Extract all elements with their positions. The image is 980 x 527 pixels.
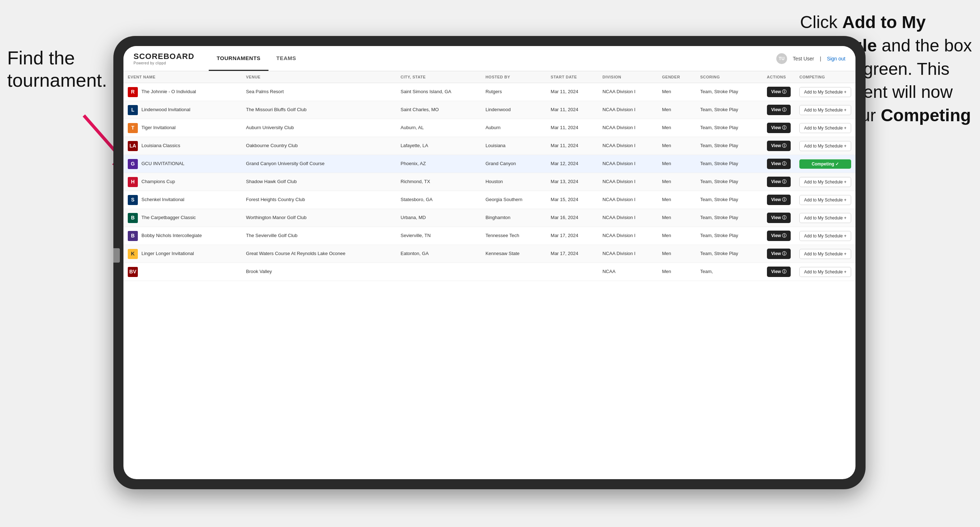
hosted-by-cell: Houston [481,173,546,191]
division-cell: NCAA Division I [598,191,658,209]
view-button[interactable]: View ⓘ [767,87,791,97]
add-to-schedule-button[interactable]: Add to My Schedule + [799,123,851,133]
hosted-by-cell: Binghamton [481,209,546,227]
division-cell: NCAA Division I [598,83,658,101]
gender-cell: Men [658,137,696,155]
tablet-frame: SCOREBOARD Powered by clippd TOURNAMENTS… [113,36,865,489]
venue-cell: The Missouri Bluffs Golf Club [242,101,397,119]
col-competing: COMPETING [795,71,856,83]
add-to-schedule-button[interactable]: Add to My Schedule + [799,177,851,187]
gender-cell: Men [658,263,696,281]
tab-tournaments[interactable]: TOURNAMENTS [209,46,269,71]
scoring-cell: Team, Stroke Play [696,155,762,173]
table-row: BV Brook ValleyNCAAMenTeam,View ⓘAdd to … [123,263,856,281]
actions-cell: View ⓘ [763,227,795,245]
city-state-cell [396,263,481,281]
city-state-cell: Saint Charles, MO [396,101,481,119]
start-date-cell: Mar 17, 2024 [546,245,598,263]
nav-tabs: TOURNAMENTS TEAMS [209,46,304,71]
start-date-cell: Mar 11, 2024 [546,101,598,119]
divider: | [820,56,821,62]
view-button[interactable]: View ⓘ [767,177,791,187]
city-state-cell: Sevierville, TN [396,227,481,245]
gender-cell: Men [658,209,696,227]
event-name-cell: B The Carpetbagger Classic [128,213,237,223]
scoring-cell: Team, Stroke Play [696,245,762,263]
scoring-cell: Team, Stroke Play [696,137,762,155]
tournaments-table: EVENT NAME VENUE CITY, STATE HOSTED BY S… [123,71,856,281]
city-state-cell: Saint Simons Island, GA [396,83,481,101]
view-button[interactable]: View ⓘ [767,249,791,259]
user-name: Test User [793,56,814,62]
event-name-cell: T Tiger Invitational [128,123,237,133]
view-button[interactable]: View ⓘ [767,105,791,115]
add-to-schedule-button[interactable]: Add to My Schedule + [799,213,851,223]
view-button[interactable]: View ⓘ [767,230,791,241]
city-state-cell: Phoenix, AZ [396,155,481,173]
team-logo: T [128,123,138,133]
view-button[interactable]: View ⓘ [767,159,791,169]
hosted-by-cell: Grand Canyon [481,155,546,173]
scoring-cell: Team, Stroke Play [696,227,762,245]
venue-cell: Sea Palms Resort [242,83,397,101]
actions-cell: View ⓘ [763,191,795,209]
city-state-cell: Urbana, MD [396,209,481,227]
actions-cell: View ⓘ [763,119,795,137]
header-right: TU Test User | Sign out [776,53,845,64]
team-logo: H [128,177,138,187]
hosted-by-cell: Auburn [481,119,546,137]
event-name-cell: G GCU INVITATIONAL [128,159,237,169]
team-logo: R [128,87,138,97]
gender-cell: Men [658,227,696,245]
hosted-by-cell: Georgia Southern [481,191,546,209]
col-hosted-by: HOSTED BY [481,71,546,83]
event-name-cell: LA Louisiana Classics [128,141,237,151]
scoring-cell: Team, Stroke Play [696,191,762,209]
add-to-schedule-button[interactable]: Add to My Schedule + [799,249,851,259]
table-row: LA Louisiana Classics Oakbourne Country … [123,137,856,155]
team-logo: B [128,231,138,241]
team-logo: G [128,159,138,169]
division-cell: NCAA Division I [598,173,658,191]
division-cell: NCAA Division I [598,245,658,263]
view-button[interactable]: View ⓘ [767,195,791,205]
start-date-cell: Mar 13, 2024 [546,173,598,191]
view-button[interactable]: View ⓘ [767,141,791,151]
event-name: Linger Longer Invitational [142,250,194,257]
tab-teams[interactable]: TEAMS [269,46,304,71]
venue-cell: Shadow Hawk Golf Club [242,173,397,191]
start-date-cell [546,263,598,281]
start-date-cell: Mar 15, 2024 [546,191,598,209]
gender-cell: Men [658,83,696,101]
col-city-state: CITY, STATE [396,71,481,83]
view-button[interactable]: View ⓘ [767,267,791,277]
app-logo: SCOREBOARD [134,52,194,61]
view-button[interactable]: View ⓘ [767,213,791,223]
event-name: Tiger Invitational [142,124,176,131]
city-state-cell: Eatonton, GA [396,245,481,263]
add-to-schedule-button[interactable]: Add to My Schedule + [799,87,851,97]
competing-cell: Add to My Schedule + [795,227,856,245]
logo-area: SCOREBOARD Powered by clippd [134,52,194,65]
table-row: B The Carpetbagger Classic Worthington M… [123,209,856,227]
add-to-schedule-button[interactable]: Add to My Schedule + [799,267,851,277]
event-name-cell: H Champions Cup [128,177,237,187]
competing-button[interactable]: Competing ✓ [799,159,851,169]
competing-cell: Add to My Schedule + [795,173,856,191]
table-row: L Lindenwood Invitational The Missouri B… [123,101,856,119]
gender-cell: Men [658,245,696,263]
add-to-schedule-button[interactable]: Add to My Schedule + [799,231,851,241]
col-actions: ACTIONS [763,71,795,83]
add-to-schedule-button[interactable]: Add to My Schedule + [799,141,851,151]
team-logo: K [128,249,138,259]
division-cell: NCAA Division I [598,155,658,173]
signout-link[interactable]: Sign out [827,56,845,62]
city-state-cell: Richmond, TX [396,173,481,191]
competing-cell: Add to My Schedule + [795,101,856,119]
view-button[interactable]: View ⓘ [767,123,791,133]
add-to-schedule-button[interactable]: Add to My Schedule + [799,105,851,115]
start-date-cell: Mar 11, 2024 [546,137,598,155]
division-cell: NCAA Division I [598,101,658,119]
add-to-schedule-button[interactable]: Add to My Schedule + [799,195,851,205]
event-name: The Carpetbagger Classic [142,214,196,221]
